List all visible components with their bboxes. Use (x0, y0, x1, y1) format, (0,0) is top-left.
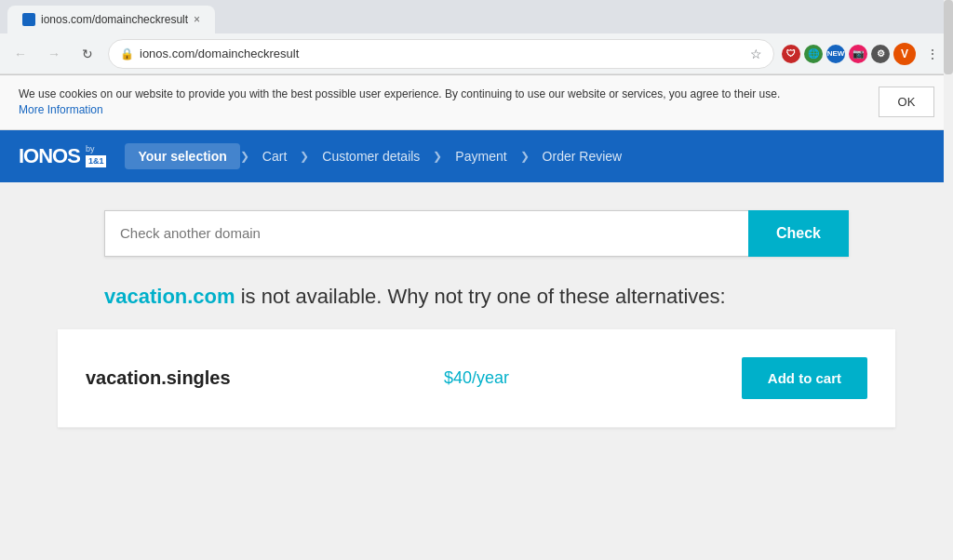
add-to-cart-button[interactable]: Add to cart (742, 357, 867, 399)
nav-step-your-selection[interactable]: Your selection (125, 143, 239, 169)
back-button[interactable]: ← (7, 41, 34, 67)
tab-title: ionos.com/domaincheckresult (41, 13, 188, 26)
availability-text: is not available. Why not try one of the… (235, 285, 726, 308)
domain-price-cell: $40/year (346, 368, 607, 388)
main-content: Check vacation.com is not available. Why… (0, 182, 953, 457)
nav-chevron-3: ❯ (433, 150, 442, 163)
browser-chrome: ionos.com/domaincheckresult × ← → ↻ 🔒 io… (0, 0, 953, 75)
domain-search-input[interactable] (104, 210, 748, 257)
nav-steps: Your selection ❯ Cart ❯ Customer details… (125, 143, 635, 169)
active-tab[interactable]: ionos.com/domaincheckresult × (7, 6, 215, 33)
nav-step-cart[interactable]: Cart (249, 143, 300, 169)
check-button[interactable]: Check (748, 210, 849, 257)
browser-toolbar: ← → ↻ 🔒 ionos.com/domaincheckresult ☆ 🛡 … (0, 33, 953, 74)
bookmark-icon[interactable]: ☆ (750, 47, 762, 61)
cookie-banner: We use cookies on our website to provide… (0, 75, 953, 130)
scrollbar-thumb[interactable] (944, 0, 953, 74)
domain-name-cell: vacation.singles (86, 367, 346, 389)
nav-chevron-1: ❯ (240, 150, 249, 163)
ext-icon-4[interactable]: ⚙ (871, 45, 890, 63)
availability-message: vacation.com is not available. Why not t… (104, 283, 849, 312)
domain-action-cell: Add to cart (607, 357, 867, 399)
ionos-by-1and1: by 1&1 (86, 144, 107, 167)
forward-button[interactable]: → (41, 41, 67, 67)
ext-icon-2[interactable]: 🌐 (804, 45, 823, 63)
browser-extensions: 🛡 🌐 NEW 📷 ⚙ V ⋮ (782, 41, 946, 67)
nav-step-payment[interactable]: Payment (442, 143, 519, 169)
table-row: vacation.singles $40/year Add to cart (58, 329, 895, 428)
lock-icon: 🔒 (120, 47, 134, 60)
nav-chevron-4: ❯ (520, 150, 530, 163)
nav-step-customer-details[interactable]: Customer details (309, 143, 433, 169)
cookie-text: We use cookies on our website to provide… (19, 87, 860, 118)
tab-favicon (22, 13, 35, 26)
ionos-logo-text: IONOS (19, 144, 80, 168)
ext-icon-1[interactable]: 🛡 (782, 45, 800, 63)
nav-step-order-review[interactable]: Order Review (530, 143, 636, 169)
domain-results-card: vacation.singles $40/year Add to cart (58, 329, 895, 428)
reload-button[interactable]: ↻ (74, 41, 101, 67)
ionos-nav: IONOS by 1&1 Your selection ❯ Cart ❯ Cus… (0, 130, 953, 182)
profile-icon[interactable]: V (893, 43, 916, 65)
scrollbar-track (944, 0, 953, 560)
cookie-ok-button[interactable]: OK (879, 87, 934, 117)
address-bar[interactable]: 🔒 ionos.com/domaincheckresult ☆ (108, 39, 774, 69)
browser-tabs: ionos.com/domaincheckresult × (0, 0, 953, 33)
ext-icon-3[interactable]: 📷 (849, 45, 867, 63)
searched-domain: vacation.com (104, 285, 235, 308)
address-text: ionos.com/domaincheckresult (140, 47, 299, 60)
tab-close-btn[interactable]: × (194, 13, 200, 26)
ionos-logo: IONOS by 1&1 (19, 144, 106, 168)
more-information-link[interactable]: More Information (19, 103, 103, 116)
ext-icon-new[interactable]: NEW (826, 45, 845, 63)
nav-chevron-2: ❯ (300, 150, 309, 163)
domain-search-container: Check (104, 210, 849, 257)
more-button[interactable]: ⋮ (919, 41, 946, 67)
